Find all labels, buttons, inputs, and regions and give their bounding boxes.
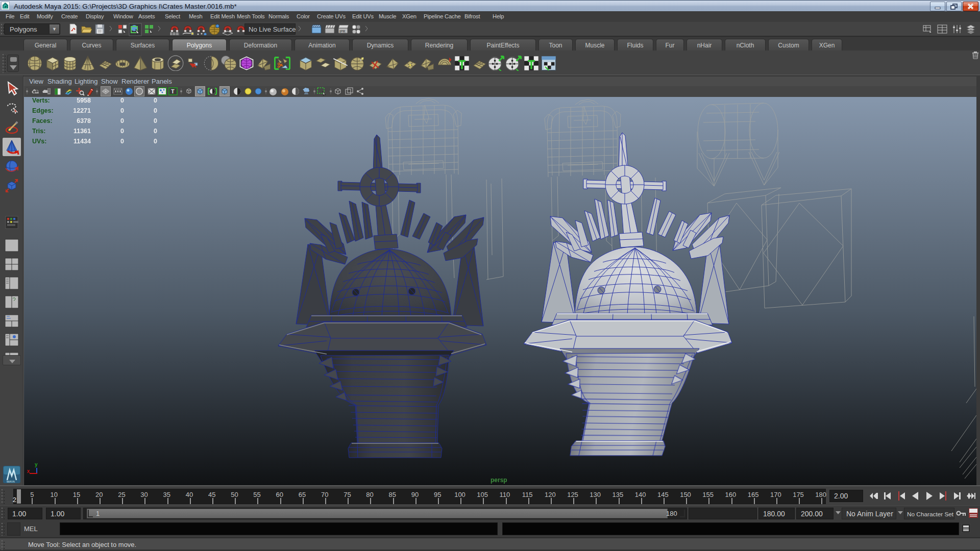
svg-text:0: 0 [120,128,124,135]
svg-text:T: T [171,88,175,94]
svg-text:0: 0 [120,107,124,114]
svg-text:11361: 11361 [74,128,91,135]
svg-text:0: 0 [154,128,157,135]
svg-text:Faces:: Faces: [32,117,53,124]
svg-text:0: 0 [154,138,157,145]
svg-text:y: y [35,462,38,467]
svg-text:11434: 11434 [74,138,91,145]
svg-text:0: 0 [154,107,157,114]
svg-text:6378: 6378 [77,117,91,124]
svg-text:Edges:: Edges: [32,107,54,114]
svg-text:12271: 12271 [73,107,91,114]
svg-text:0: 0 [120,117,124,124]
svg-text:0: 0 [120,138,124,145]
svg-text:0: 0 [154,97,157,104]
svg-text:persp: persp [491,477,507,484]
svg-text:0: 0 [154,117,157,124]
svg-text:Verts:: Verts: [32,97,50,104]
svg-text:5958: 5958 [77,97,91,104]
svg-text:IPR: IPR [339,30,346,33]
svg-text:0: 0 [120,97,124,104]
svg-text:Tris:: Tris: [32,128,45,135]
svg-text:UVs:: UVs: [32,138,46,145]
svg-text:MAYA: MAYA [7,480,15,483]
svg-text:x: x [27,468,30,474]
